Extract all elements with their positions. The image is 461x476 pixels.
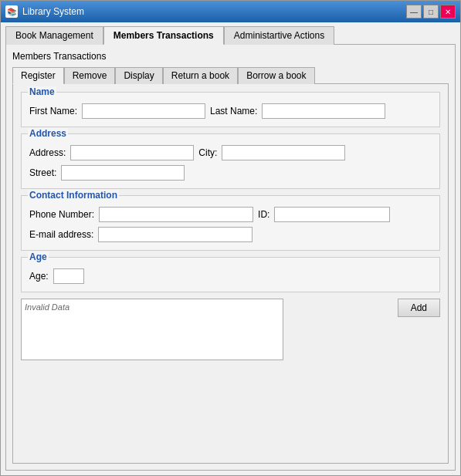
window-body: Book Management Members Transactions Adm… — [1, 22, 460, 475]
title-bar-left: 📚 Library System — [5, 5, 84, 18]
city-label: City: — [198, 147, 217, 158]
minimize-button[interactable]: — — [406, 5, 422, 19]
phone-row: Phone Number: ID: — [29, 207, 432, 222]
tab-members-transactions[interactable]: Members Transactions — [103, 26, 224, 45]
sub-tabs: Register Remove Display Return a book Bo… — [12, 66, 449, 83]
first-name-label: First Name: — [29, 106, 77, 116]
name-row: First Name: Last Name: — [29, 103, 432, 119]
address-group: Address Address: City: Street: — [21, 133, 440, 189]
email-input[interactable] — [98, 227, 253, 242]
tab-book-management[interactable]: Book Management — [5, 26, 103, 45]
id-label: ID: — [258, 209, 269, 220]
address-input[interactable] — [70, 145, 194, 160]
first-name-input[interactable] — [82, 103, 205, 119]
subtab-remove[interactable]: Remove — [64, 67, 116, 84]
age-row: Age: — [29, 268, 432, 284]
subtab-register[interactable]: Register — [12, 67, 64, 84]
phone-input[interactable] — [99, 207, 253, 222]
main-content: Members Transactions Register Remove Dis… — [5, 44, 456, 471]
contact-group-label: Contact Information — [28, 190, 119, 201]
sub-content: Name First Name: Last Name: Address Addr… — [12, 83, 449, 464]
invalid-data-box: Invalid Data — [21, 299, 283, 360]
section-title: Members Transactions — [12, 51, 449, 62]
address-label: Address: — [29, 147, 66, 158]
window-title: Library System — [22, 6, 84, 17]
subtab-borrow[interactable]: Borrow a book — [238, 67, 314, 84]
contact-group: Contact Information Phone Number: ID: E-… — [21, 195, 440, 251]
app-icon: 📚 — [5, 5, 18, 18]
subtab-display[interactable]: Display — [115, 67, 162, 84]
address-row: Address: City: — [29, 145, 432, 160]
add-button[interactable]: Add — [398, 299, 440, 317]
age-label: Age: — [29, 271, 49, 282]
id-input[interactable] — [274, 207, 390, 222]
maximize-button[interactable]: □ — [423, 5, 439, 19]
phone-label: Phone Number: — [29, 209, 94, 220]
last-name-input[interactable] — [262, 103, 385, 119]
street-row: Street: — [29, 165, 432, 181]
bottom-row: Invalid Data Add — [21, 299, 440, 360]
main-window: 📚 Library System — □ ✕ Book Management M… — [0, 0, 461, 476]
age-group: Age Age: — [21, 257, 440, 292]
street-input[interactable] — [61, 165, 185, 181]
email-label: E-mail address: — [29, 229, 93, 240]
name-group-label: Name — [28, 86, 56, 97]
title-bar: 📚 Library System — □ ✕ — [1, 1, 460, 22]
street-label: Street: — [29, 167, 56, 178]
address-group-label: Address — [28, 128, 68, 139]
last-name-label: Last Name: — [210, 106, 257, 116]
age-input[interactable] — [53, 268, 84, 284]
email-row: E-mail address: — [29, 227, 432, 242]
name-group: Name First Name: Last Name: — [21, 92, 440, 127]
age-group-label: Age — [28, 252, 49, 262]
close-button[interactable]: ✕ — [440, 5, 456, 19]
city-input[interactable] — [222, 145, 345, 160]
subtab-return[interactable]: Return a book — [163, 67, 238, 84]
tab-administrative-actions[interactable]: Administartive Actions — [224, 26, 334, 45]
main-tabs: Book Management Members Transactions Adm… — [5, 25, 456, 44]
title-buttons: — □ ✕ — [406, 5, 456, 19]
